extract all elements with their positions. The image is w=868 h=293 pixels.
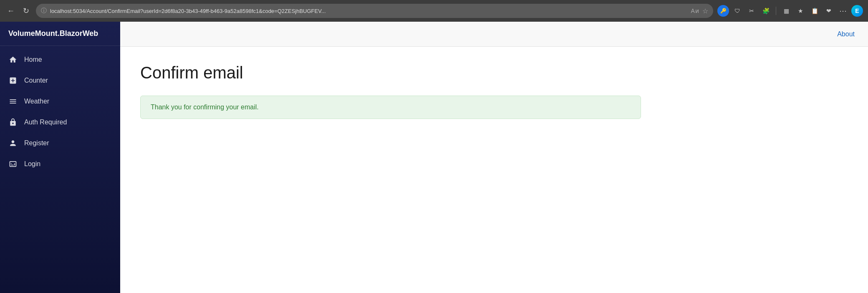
about-link[interactable]: About bbox=[837, 30, 855, 38]
id-card-icon bbox=[8, 159, 18, 169]
sidebar-item-register-label: Register bbox=[24, 139, 49, 147]
profile-icon[interactable]: E bbox=[851, 5, 863, 17]
password-manager-icon[interactable]: 🔑 bbox=[717, 5, 729, 17]
list-icon bbox=[8, 97, 18, 106]
browser-nav-buttons: ← ↻ bbox=[5, 5, 32, 17]
split-view-icon[interactable]: ▦ bbox=[780, 5, 792, 17]
sidebar-item-login[interactable]: Login bbox=[0, 154, 120, 174]
sidebar-item-weather-label: Weather bbox=[24, 98, 49, 105]
sidebar-item-auth-required-label: Auth Required bbox=[24, 119, 67, 126]
alert-message: Thank you for confirming your email. bbox=[151, 104, 259, 111]
favorites-icon[interactable]: ★ bbox=[795, 5, 806, 17]
sidebar: VolumeMount.BlazorWeb Home Counter bbox=[0, 22, 120, 293]
info-icon: ⓘ bbox=[41, 7, 47, 15]
sidebar-nav: Home Counter Weather bbox=[0, 46, 120, 293]
lock-icon bbox=[8, 118, 18, 127]
divider-1 bbox=[776, 7, 776, 15]
puzzle-icon[interactable]: 🧩 bbox=[760, 5, 772, 17]
sidebar-item-counter[interactable]: Counter bbox=[0, 70, 120, 91]
bookmark-icon: ☆ bbox=[702, 7, 708, 15]
reader-mode-icon: A ᴎ bbox=[691, 8, 699, 14]
sidebar-item-register[interactable]: Register bbox=[0, 133, 120, 154]
plus-icon bbox=[8, 76, 18, 85]
sidebar-brand: VolumeMount.BlazorWeb bbox=[0, 22, 120, 46]
home-icon bbox=[8, 55, 18, 64]
sidebar-item-home-label: Home bbox=[24, 56, 42, 63]
app-layout: VolumeMount.BlazorWeb Home Counter bbox=[0, 22, 868, 293]
success-alert: Thank you for confirming your email. bbox=[140, 96, 641, 119]
address-bar[interactable]: ⓘ localhost:5034/Account/ConfirmEmail?us… bbox=[36, 4, 713, 18]
top-bar: About bbox=[120, 22, 868, 47]
collections-icon[interactable]: 📋 bbox=[809, 5, 820, 17]
url-text: localhost:5034/Account/ConfirmEmail?user… bbox=[50, 8, 687, 14]
sidebar-item-weather[interactable]: Weather bbox=[0, 91, 120, 112]
sidebar-item-home[interactable]: Home bbox=[0, 49, 120, 70]
copilot-icon[interactable]: ❤ bbox=[823, 5, 835, 17]
shield-icon[interactable]: 🛡 bbox=[732, 5, 743, 17]
main-area: About Confirm email Thank you for confir… bbox=[120, 22, 868, 293]
browser-toolbar-icons: 🔑 🛡 ✂ 🧩 ▦ ★ 📋 ❤ ⋯ E bbox=[717, 5, 863, 17]
sidebar-item-counter-label: Counter bbox=[24, 77, 48, 84]
main-content: Confirm email Thank you for confirming y… bbox=[120, 47, 868, 293]
refresh-button[interactable]: ↻ bbox=[20, 5, 32, 17]
extensions-icon[interactable]: ✂ bbox=[746, 5, 757, 17]
sidebar-item-login-label: Login bbox=[24, 160, 40, 168]
more-icon[interactable]: ⋯ bbox=[837, 5, 849, 17]
page-title: Confirm email bbox=[140, 63, 848, 82]
back-button[interactable]: ← bbox=[5, 5, 17, 17]
sidebar-item-auth-required[interactable]: Auth Required bbox=[0, 112, 120, 133]
browser-chrome: ← ↻ ⓘ localhost:5034/Account/ConfirmEmai… bbox=[0, 0, 868, 22]
person-icon bbox=[8, 139, 18, 148]
